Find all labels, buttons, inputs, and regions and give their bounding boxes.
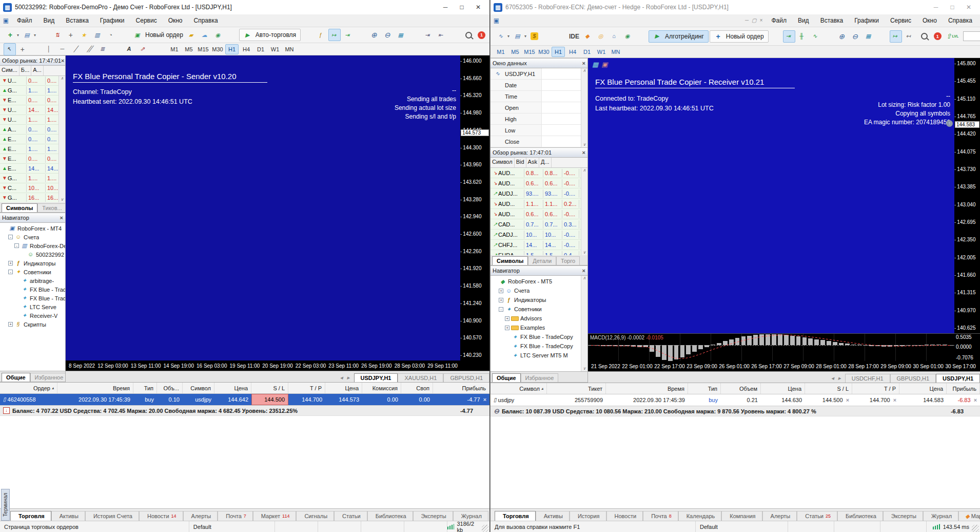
study-button[interactable]: [44, 43, 56, 55]
toolbar-button[interactable]: [22, 29, 37, 41]
order-cell[interactable]: 144.573: [325, 394, 362, 405]
study-button[interactable]: [150, 43, 163, 55]
toolbar-button[interactable]: [890, 30, 902, 43]
tree-expander[interactable]: -: [499, 307, 503, 312]
market-watch-row[interactable]: EURA... 1.5... 1.5... 0.4...: [491, 250, 581, 255]
search-button[interactable]: [462, 29, 475, 41]
panel-close-icon[interactable]: [582, 268, 585, 274]
indicator-subwindow[interactable]: MACD(12,26,9) -0.0002 -0.0105 0.5035 0.0…: [588, 333, 980, 361]
scroll-down-icon[interactable]: [583, 367, 586, 371]
order-cell[interactable]: usdjpy: [183, 394, 214, 405]
tree-item[interactable]: FX Blue - TradeCopy: [0, 285, 65, 294]
tree-item[interactable]: RoboForex - MT4: [0, 224, 65, 233]
toolbar-button[interactable]: Алготрейдинг: [649, 30, 709, 43]
order-column-header[interactable]: Цена: [214, 383, 251, 393]
toolbar-button[interactable]: [226, 29, 238, 41]
toolbar-button[interactable]: [212, 29, 225, 41]
bottom-tab[interactable]: Библиотека: [837, 511, 883, 521]
order-cell[interactable]: 0.21: [721, 394, 761, 406]
toolbar-button[interactable]: [582, 30, 594, 43]
minus-circle-icon[interactable]: [494, 408, 502, 414]
timeframe-button[interactable]: M1: [168, 44, 181, 54]
data-window-row[interactable]: Close: [491, 136, 581, 147]
order-cell[interactable]: usdjpy: [491, 394, 547, 406]
toolbar-button[interactable]: [796, 30, 809, 43]
market-watch-row[interactable]: C... 10... 10...: [0, 183, 58, 193]
bottom-tab[interactable]: Активы: [536, 511, 570, 521]
chart-plot[interactable]: FX Blue Personal Trade Copier - Receiver…: [588, 58, 954, 333]
status-profile[interactable]: Default: [696, 521, 788, 532]
lvl-button[interactable]: LVL: [945, 30, 961, 43]
order-column-header[interactable]: Своп: [401, 383, 433, 393]
bottom-tab[interactable]: Компания: [721, 511, 762, 521]
timeframe-button[interactable]: M30: [211, 44, 224, 54]
chart-tab[interactable]: USDJPY,H1: [354, 373, 398, 382]
market-watch-row[interactable]: A... 0.... 0....: [0, 125, 58, 135]
panel-tab[interactable]: Избранное: [30, 373, 65, 382]
panel-close-icon[interactable]: [61, 58, 64, 64]
market-watch-row[interactable]: AUD... 1.1... 1.1... 0.2...: [491, 199, 581, 209]
minimize-icon[interactable]: ─: [437, 2, 454, 13]
order-column-header[interactable]: Время: [57, 383, 133, 393]
chart-tabs-prev-icon[interactable]: [831, 375, 834, 381]
order-cell[interactable]: 144.700: [852, 394, 899, 406]
macd-axis[interactable]: 0.5035 0.0000 -0.7076: [954, 334, 980, 361]
chart-tabs-prev-icon[interactable]: [340, 375, 343, 381]
timeframe-button[interactable]: M15: [197, 44, 210, 54]
order-column-header[interactable]: Прибыль: [433, 383, 489, 393]
bottom-tab[interactable]: Маркет: [958, 511, 980, 521]
time-axis[interactable]: 8 Sep 202212 Sep 03:0013 Sep 11:0014 Sep…: [66, 360, 489, 371]
timeframe-button[interactable]: W1: [595, 47, 608, 57]
tree-item[interactable]: + Индикаторы: [491, 295, 581, 305]
toolbar-button[interactable]: [395, 29, 407, 41]
terminal-vertical-tab[interactable]: Терминал: [1, 489, 10, 521]
tree-item[interactable]: FX Blue - TradeCopy: [491, 332, 581, 341]
timeframe-button[interactable]: D1: [580, 47, 594, 57]
tree-item[interactable]: - RoboForex-DemoPro: [0, 241, 65, 250]
timeframe-button[interactable]: H1: [225, 44, 239, 54]
column-header[interactable]: А...: [31, 66, 44, 75]
tree-item[interactable]: arbitrage-: [0, 276, 65, 285]
scroll-down-icon[interactable]: [583, 251, 586, 255]
scrollbar[interactable]: [581, 68, 587, 147]
column-header[interactable]: Символ: [491, 158, 515, 167]
market-watch-row[interactable]: AUDJ... 93.... 93.... -0....: [491, 188, 581, 199]
bottom-tab[interactable]: Эксперты: [413, 511, 453, 521]
order-cell[interactable]: 144.630: [761, 394, 805, 406]
chart-plot[interactable]: FX Blue Personal Trade Copier - Sender v…: [66, 55, 460, 360]
title-bar[interactable]: 67052305 - RoboForex-ECN: Демо-счет - He…: [491, 0, 980, 14]
market-watch-row[interactable]: E... 0.... 0....: [0, 154, 58, 164]
chart-tab[interactable]: USDCHF,H1: [845, 374, 890, 383]
panel-tab[interactable]: Тиков...: [37, 203, 65, 212]
tree-item[interactable]: FX Blue - TradeCopy: [0, 294, 65, 302]
panel-tab[interactable]: Символы: [492, 256, 528, 265]
toolbar-button[interactable]: [903, 30, 915, 43]
time-axis[interactable]: 21 Sep 202222 Sep 01:0022 Sep 17:0023 Se…: [588, 361, 980, 371]
market-watch-header[interactable]: Обзор рынка: 17:47:01: [0, 55, 65, 66]
toolbar-button[interactable]: [328, 29, 341, 41]
study-button[interactable]: [124, 43, 136, 55]
price-axis[interactable]: 145.800145.455145.110144.765144.420144.0…: [954, 58, 980, 333]
toolbar-button[interactable]: [512, 30, 528, 43]
toolbar-button[interactable]: [635, 30, 648, 43]
timeframe-button[interactable]: MN: [283, 44, 296, 54]
maximize-icon[interactable]: □: [944, 2, 961, 13]
tree-item[interactable]: - Советники: [491, 305, 581, 314]
scrollbar[interactable]: [58, 76, 65, 202]
order-cell[interactable]: 0.10: [157, 394, 183, 405]
data-window-row[interactable]: Date: [491, 80, 581, 91]
toolbar-button[interactable]: [622, 30, 634, 43]
bottom-tab[interactable]: Календарь: [678, 511, 722, 521]
bottom-tab[interactable]: Библиотека: [367, 511, 413, 521]
timeframe-button[interactable]: M5: [508, 47, 522, 57]
timeframe-button[interactable]: H1: [552, 47, 565, 57]
toolbar-button[interactable]: [65, 29, 77, 41]
bottom-tab[interactable]: История Счета: [85, 511, 139, 521]
timeframe-button[interactable]: W1: [268, 44, 282, 54]
panel-tab[interactable]: Общие: [2, 373, 30, 382]
search-input[interactable]: [963, 31, 980, 41]
order-cell[interactable]: -4.77: [433, 394, 489, 405]
tree-item[interactable]: FX Blue - TradeCopy: [491, 341, 581, 351]
toolbar-button[interactable]: [355, 29, 367, 41]
scroll-up-icon[interactable]: [583, 69, 586, 73]
